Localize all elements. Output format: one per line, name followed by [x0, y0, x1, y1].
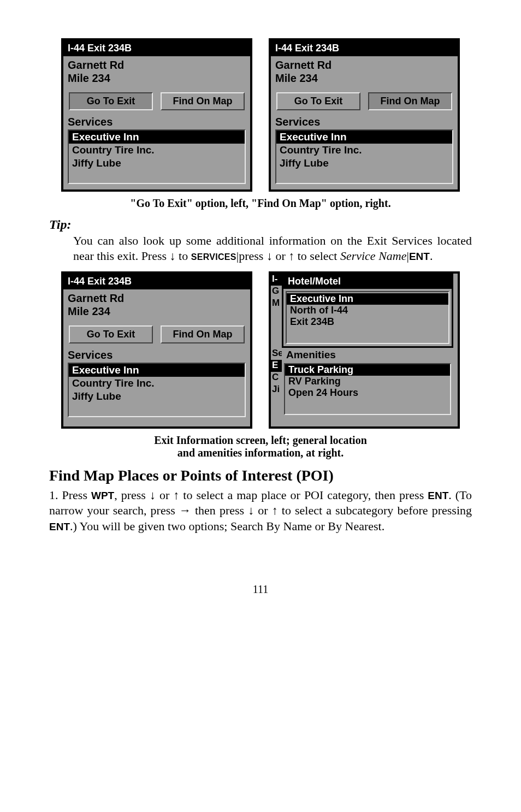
mile-marker: Mile 234 [275, 72, 453, 85]
screen-exit-goto: I-44 Exit 234B Garnett Rd Mile 234 Go To… [61, 38, 252, 192]
popup-body: Executive Inn North of I-44 Exit 234B [286, 291, 449, 344]
mile-marker: Mile 234 [68, 72, 246, 85]
down-arrow-icon: ↓ [267, 249, 273, 263]
road-name: Garnett Rd [68, 58, 246, 72]
hotel-popup: Hotel/Motel Executive Inn North of I-44 … [282, 272, 453, 348]
list-item[interactable]: Executive Inn [276, 131, 452, 144]
amenities-label: Amenities [282, 348, 453, 362]
screen-exit-findmap: I-44 Exit 234B Garnett Rd Mile 234 Go To… [269, 38, 460, 192]
services-label: Services [63, 115, 250, 129]
title-bar: I-44 Exit 234B [63, 40, 250, 56]
amenity-item[interactable]: RV Parking [285, 376, 450, 387]
list-item[interactable]: Jiffy Lube [69, 157, 245, 170]
amenities-section: Amenities Truck Parking RV Parking Open … [282, 348, 453, 417]
instruction-paragraph: 1. Press WPT, press ↓ or ↑ to select a m… [49, 488, 472, 534]
popup-line[interactable]: Executive Inn [287, 293, 448, 305]
button-row: Go To Exit Find On Map [63, 90, 250, 115]
road-name: Garnett Rd [68, 292, 246, 305]
ent-key: ENT [409, 251, 430, 262]
screenshot-row-2: I-44 Exit 234B Garnett Rd Mile 234 Go To… [49, 271, 472, 429]
services-list[interactable]: Executive Inn Country Tire Inc. Jiffy Lu… [275, 129, 453, 184]
up-arrow-icon: ↑ [272, 503, 278, 517]
caption-2b: and amenities information, at right. [49, 447, 472, 459]
services-label: Services [63, 348, 250, 363]
screen-exit-services-selected: I-44 Exit 234B Garnett Rd Mile 234 Go To… [61, 271, 252, 429]
down-arrow-icon: ↓ [170, 249, 176, 263]
screenshot-row-1: I-44 Exit 234B Garnett Rd Mile 234 Go To… [49, 38, 472, 192]
services-list[interactable]: Executive Inn Country Tire Inc. Jiffy Lu… [68, 129, 246, 184]
caption-1: "Go To Exit" option, left, "Find On Map"… [49, 197, 472, 210]
road-name: Garnett Rd [275, 58, 453, 72]
background-slivers: I-4 G M Se E C Ji [271, 274, 282, 396]
button-row: Go To Exit Find On Map [63, 323, 250, 348]
list-item[interactable]: Executive Inn [69, 131, 245, 144]
amenity-item[interactable]: Open 24 Hours [285, 387, 450, 399]
down-arrow-icon: ↓ [150, 488, 156, 502]
info-area: Garnett Rd Mile 234 [63, 56, 250, 90]
amenity-item[interactable]: Truck Parking [285, 364, 450, 376]
title-bar: I-44 Exit 234B [271, 40, 458, 56]
tip-paragraph: You can also look up some additional inf… [73, 233, 472, 264]
section-heading: Find Map Places or Points of Interest (P… [49, 467, 472, 484]
amenities-list[interactable]: Truck Parking RV Parking Open 24 Hours [284, 363, 451, 415]
info-area: Garnett Rd Mile 234 [271, 56, 458, 90]
go-to-exit-button[interactable]: Go To Exit [69, 92, 153, 110]
up-arrow-icon: ↑ [288, 249, 294, 263]
mile-marker: Mile 234 [68, 305, 246, 318]
find-on-map-button[interactable]: Find On Map [161, 325, 245, 343]
list-item[interactable]: Country Tire Inc. [69, 377, 245, 390]
ent-key: ENT [428, 490, 448, 501]
screen-hotel-popup: I-4 G M Se E C Ji Hotel/Motel Executive … [269, 271, 460, 429]
list-item[interactable]: Jiffy Lube [69, 390, 245, 403]
tip-heading: Tip: [49, 217, 472, 232]
ent-key: ENT [49, 521, 70, 532]
down-arrow-icon: ↓ [248, 503, 254, 517]
list-item[interactable]: Country Tire Inc. [69, 144, 245, 157]
popup-line: Exit 234B [287, 316, 448, 328]
find-on-map-button[interactable]: Find On Map [161, 92, 245, 110]
wpt-key: WPT [91, 490, 114, 501]
services-key: SERVICES [191, 252, 236, 262]
list-item[interactable]: Executive Inn [69, 364, 245, 377]
list-item[interactable]: Jiffy Lube [276, 157, 452, 170]
info-area: Garnett Rd Mile 234 [63, 289, 250, 323]
popup-line: North of I-44 [287, 305, 448, 316]
services-list[interactable]: Executive Inn Country Tire Inc. Jiffy Lu… [68, 363, 246, 417]
go-to-exit-button[interactable]: Go To Exit [69, 325, 153, 343]
right-arrow-icon: → [179, 503, 191, 517]
up-arrow-icon: ↑ [173, 488, 179, 502]
title-bar: I-44 Exit 234B [63, 274, 250, 289]
list-item[interactable]: Country Tire Inc. [276, 144, 452, 157]
services-label: Services [271, 115, 458, 129]
caption-2a: Exit Information screen, left; general l… [49, 434, 472, 447]
go-to-exit-button[interactable]: Go To Exit [276, 92, 360, 110]
find-on-map-button[interactable]: Find On Map [368, 92, 452, 110]
button-row: Go To Exit Find On Map [271, 90, 458, 115]
popup-title: Hotel/Motel [283, 274, 452, 289]
page-number: 111 [49, 583, 472, 596]
